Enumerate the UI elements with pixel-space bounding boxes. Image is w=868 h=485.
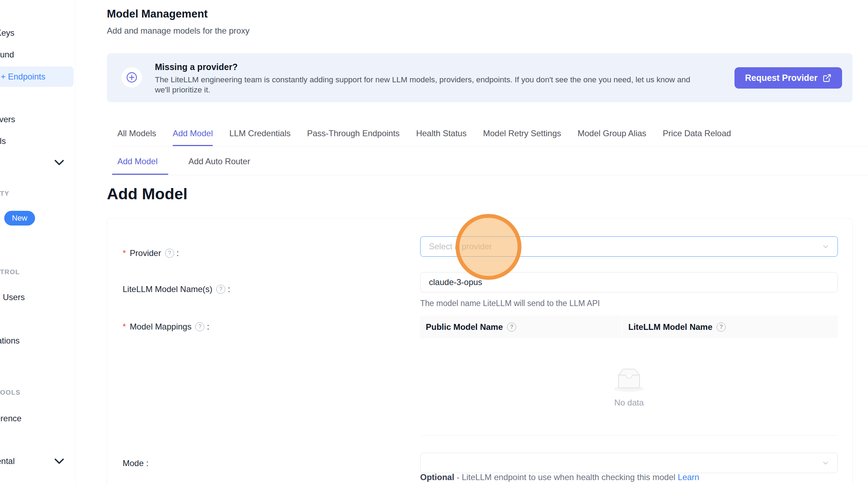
request-provider-button[interactable]: Request Provider <box>734 67 842 89</box>
plus-circle-icon <box>122 67 142 88</box>
sidebar-item-organizations[interactable]: ations <box>0 336 20 346</box>
tab-all-models[interactable]: All Models <box>117 129 156 146</box>
page-subtitle: Add and manage models for the proxy <box>107 26 250 36</box>
sidebar-section-access-control: TROL <box>0 268 20 276</box>
learn-link[interactable]: Learn <box>678 472 699 482</box>
mode-label-text: Mode <box>123 458 144 468</box>
help-icon[interactable]: ? <box>216 285 225 294</box>
empty-state: No data <box>420 338 838 436</box>
column-header-public-model-name: Public Model Name ? <box>420 316 623 338</box>
tab-model-retry-settings[interactable]: Model Retry Settings <box>483 129 561 146</box>
sidebar-item-servers[interactable]: rvers <box>0 115 15 124</box>
sidebar-item-guardrails[interactable]: ils <box>0 136 6 146</box>
mode-help-bold: Optional <box>420 472 454 482</box>
page-title: Model Management <box>107 8 208 20</box>
model-name-label-text: LiteLLM Model Name(s) <box>123 284 212 294</box>
sidebar-item-users[interactable]: Users <box>3 292 25 302</box>
required-asterisk: * <box>123 248 126 258</box>
provider-select[interactable]: Select a provider <box>420 236 838 257</box>
model-name-label: LiteLLM Model Name(s) ?: <box>123 284 230 294</box>
mode-select[interactable] <box>420 453 838 473</box>
mode-label: Mode: <box>123 458 149 468</box>
table-header-row: Public Model Name ? LiteLLM Model Name ? <box>420 316 838 338</box>
help-icon[interactable]: ? <box>507 323 516 332</box>
sidebar-item-label: + Endpoints <box>0 72 45 82</box>
provider-placeholder: Select a provider <box>429 242 492 251</box>
provider-label-text: Provider <box>130 248 161 258</box>
help-icon[interactable]: ? <box>165 249 174 258</box>
external-link-icon <box>822 74 832 83</box>
empty-inbox-icon <box>612 367 646 393</box>
tab-llm-credentials[interactable]: LLM Credentials <box>229 129 291 146</box>
new-badge[interactable]: New <box>4 211 35 226</box>
help-icon[interactable]: ? <box>717 323 726 332</box>
no-data-text: No data <box>614 398 644 408</box>
chevron-down-icon <box>822 243 829 250</box>
sidebar-item-reference[interactable]: erence <box>0 414 21 423</box>
sidebar-item-models-endpoints[interactable]: + Endpoints <box>0 67 74 87</box>
sidebar-item-experimental[interactable]: ental <box>0 456 15 466</box>
sidebar-item-playground[interactable]: und <box>0 50 14 60</box>
provider-label: * Provider ?: <box>123 248 179 258</box>
required-asterisk: * <box>123 322 126 332</box>
subtab-add-auto-router[interactable]: Add Auto Router <box>189 157 250 175</box>
sidebar-section-observability: TY <box>0 190 9 198</box>
main-content: Model Management Add and manage models f… <box>75 0 868 485</box>
tab-health-status[interactable]: Health Status <box>416 129 466 146</box>
model-mappings-table: Public Model Name ? LiteLLM Model Name ?… <box>420 316 838 436</box>
chevron-down-icon[interactable] <box>53 457 65 465</box>
mode-help: Optional - LiteLLM endpoint to use when … <box>420 472 699 482</box>
banner-title: Missing a provider? <box>155 62 238 72</box>
column-header-litellm-model-name: LiteLLM Model Name ? <box>623 316 838 338</box>
model-tabs: All Models Add Model LLM Credentials Pas… <box>112 123 868 146</box>
model-mappings-label: * Model Mappings ?: <box>123 322 209 332</box>
add-model-heading: Add Model <box>107 185 187 203</box>
banner-text-line1: The LiteLLM engineering team is constant… <box>155 75 690 84</box>
tab-model-group-alias[interactable]: Model Group Alias <box>577 129 646 146</box>
chevron-down-icon <box>822 459 829 466</box>
add-model-subtabs: Add Model Add Auto Router <box>112 146 868 175</box>
tab-price-data-reload[interactable]: Price Data Reload <box>663 129 731 146</box>
chevron-down-icon[interactable] <box>53 158 65 167</box>
sidebar-section-tools: OOLS <box>0 389 21 396</box>
tab-pass-through-endpoints[interactable]: Pass-Through Endpoints <box>307 129 399 146</box>
help-icon[interactable]: ? <box>195 322 204 331</box>
model-name-value: claude-3-opus <box>429 277 482 287</box>
model-mappings-label-text: Model Mappings <box>130 322 191 332</box>
sidebar-item-keys[interactable]: Keys <box>0 28 14 38</box>
tab-add-model[interactable]: Add Model <box>173 129 213 146</box>
model-name-help: The model name LiteLLM will send to the … <box>420 299 600 308</box>
model-name-input[interactable]: claude-3-opus <box>420 272 838 292</box>
banner-text-line2: we'll prioritize it. <box>155 85 210 95</box>
mode-help-rest: - LiteLLM endpoint to use when health ch… <box>454 472 678 482</box>
subtab-add-model[interactable]: Add Model <box>112 157 168 175</box>
sidebar: Keys und + Endpoints rvers ils TY New TR… <box>0 0 75 485</box>
request-provider-label: Request Provider <box>745 73 818 83</box>
missing-provider-banner: Missing a provider? The LiteLLM engineer… <box>107 53 853 102</box>
add-model-form-card: * Provider ?: Select a provider LiteLLM … <box>107 218 853 485</box>
